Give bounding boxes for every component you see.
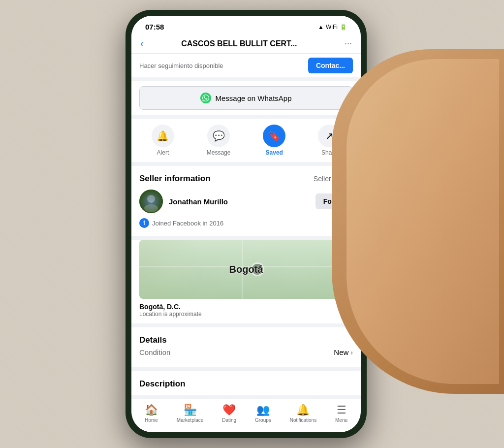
seller-section: Seller information Seller details [131, 166, 361, 236]
saved-action[interactable]: 🔖 Saved [263, 125, 285, 156]
status-icons: ▲ WiFi 🔋 [318, 24, 347, 31]
bottom-nav: 🏠 Home 🏪 Marketplace ❤️ Dating 👥 Groups … [131, 399, 361, 432]
nav-bar: ‹ CASCOS BELL BULLIT CERT... ··· [131, 34, 361, 54]
battery-icon: 🔋 [340, 24, 347, 31]
alert-icon: 🔔 [152, 125, 174, 147]
content-area: Hacer seguimiento disponible Contac... M… [131, 54, 361, 395]
nav-marketplace[interactable]: 🏪 Marketplace [177, 404, 203, 423]
description-title: Description [139, 379, 186, 388]
banner-text: Hacer seguimiento disponible [139, 62, 223, 69]
phone-screen: 07:58 ▲ WiFi 🔋 ‹ CASCOS BELL BULLIT CERT… [131, 16, 361, 432]
description-section: Description ✅ MANEJAMOS SERVICIO DE ENVI… [131, 371, 361, 395]
home-label: Home [145, 417, 158, 423]
top-banner: Hacer seguimiento disponible Contac... [131, 54, 361, 77]
location-name: Bogotá, D.C. [139, 303, 353, 311]
status-bar: 07:58 ▲ WiFi 🔋 [131, 16, 361, 34]
scene: 07:58 ▲ WiFi 🔋 ‹ CASCOS BELL BULLIT CERT… [0, 0, 504, 448]
whatsapp-label: Message on WhatsApp [215, 94, 291, 102]
saved-icon: 🔖 [263, 125, 285, 147]
page-title: CASCOS BELL BULLIT CERT... [149, 39, 330, 48]
home-icon: 🏠 [145, 404, 158, 416]
hand-overlay [332, 49, 504, 394]
contact-button[interactable]: Contac... [308, 58, 353, 73]
condition-row[interactable]: Condition New › [139, 345, 353, 359]
marketplace-label: Marketplace [177, 417, 203, 423]
details-section: Details Condition New › [131, 327, 361, 367]
nav-groups[interactable]: 👥 Groups [255, 404, 271, 423]
alert-label: Alert [157, 149, 169, 156]
signal-icon: ▲ [318, 24, 324, 31]
location-text: Bogotá, D.C. Location is approximate [131, 303, 361, 323]
details-title: Details [139, 335, 167, 345]
dating-icon: ❤️ [222, 404, 236, 416]
more-button[interactable]: ··· [345, 38, 352, 49]
facebook-joined: f Joined Facebook in 2016 [139, 218, 353, 228]
map-container[interactable]: Bogotá i [139, 240, 353, 299]
wifi-icon: WiFi [326, 24, 338, 31]
menu-label: Menu [335, 417, 347, 423]
notifications-label: Notifications [290, 417, 316, 423]
facebook-icon: f [139, 218, 149, 228]
status-time: 07:58 [145, 23, 164, 31]
saved-label: Saved [266, 149, 283, 156]
seller-row: Jonathan Murillo Follow [139, 190, 353, 213]
groups-icon: 👥 [256, 404, 270, 416]
whatsapp-button[interactable]: Message on WhatsApp [139, 86, 353, 110]
svg-point-2 [144, 204, 158, 212]
location-approx: Location is approximate [139, 311, 353, 318]
dating-label: Dating [222, 417, 236, 423]
phone-body: 07:58 ▲ WiFi 🔋 ‹ CASCOS BELL BULLIT CERT… [126, 10, 367, 438]
message-label: Message [207, 149, 231, 156]
menu-icon: ☰ [337, 404, 346, 416]
seller-avatar [139, 190, 163, 213]
whatsapp-section: Message on WhatsApp [131, 81, 361, 115]
seller-name: Jonathan Murillo [169, 197, 228, 206]
map-section: Bogotá i Bogotá, D.C. Location is approx… [131, 240, 361, 323]
chevron-icon: › [350, 349, 353, 356]
marketplace-icon: 🏪 [184, 404, 197, 416]
nav-home[interactable]: 🏠 Home [145, 404, 158, 423]
description-text: ✅ MANEJAMOS SERVICIO DE ENVIO CONTRA ENT… [139, 394, 353, 395]
message-action[interactable]: 💬 Message [207, 125, 231, 156]
alert-action[interactable]: 🔔 Alert [152, 125, 174, 156]
nav-notifications[interactable]: 🔔 Notifications [290, 404, 316, 423]
groups-label: Groups [255, 417, 271, 423]
whatsapp-icon [200, 93, 211, 103]
nav-dating[interactable]: ❤️ Dating [222, 404, 236, 423]
message-icon: 💬 [207, 125, 230, 147]
seller-info: Jonathan Murillo [139, 190, 228, 213]
nav-menu[interactable]: ☰ Menu [335, 404, 347, 423]
condition-value: New › [334, 348, 353, 356]
action-buttons: 🔔 Alert 💬 Message 🔖 Saved ↗ Share [131, 119, 361, 162]
svg-point-1 [147, 195, 155, 203]
back-button[interactable]: ‹ [140, 38, 144, 49]
map-city-label: Bogotá [229, 264, 263, 275]
seller-header: Seller information Seller details [139, 174, 353, 184]
notifications-icon: 🔔 [296, 404, 310, 416]
condition-label: Condition [139, 348, 170, 356]
joined-text: Joined Facebook in 2016 [152, 220, 223, 227]
condition-text: New [334, 348, 348, 356]
seller-section-title: Seller information [139, 174, 211, 184]
